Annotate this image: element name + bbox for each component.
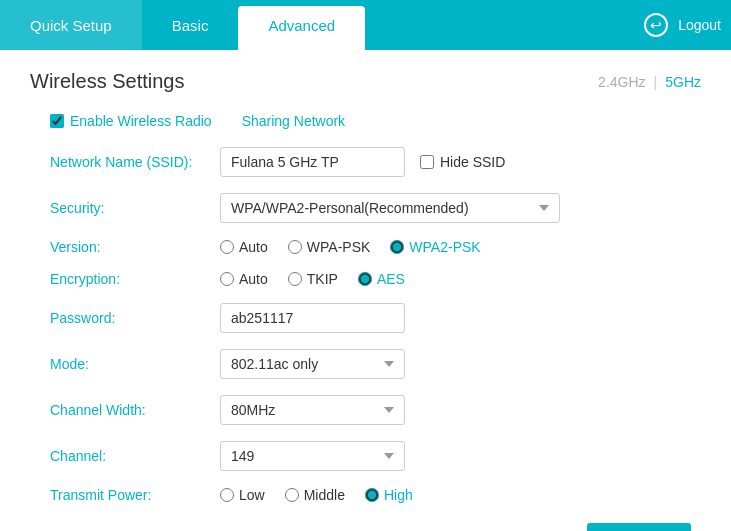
version-wpa-psk-option[interactable]: WPA-PSK (288, 239, 371, 255)
channel-width-row: Channel Width: 80MHz 40MHz 20MHz (50, 395, 701, 425)
version-auto-option[interactable]: Auto (220, 239, 268, 255)
encryption-controls: Auto TKIP AES (220, 271, 701, 287)
power-middle-option[interactable]: Middle (285, 487, 345, 503)
encryption-aes-option[interactable]: AES (358, 271, 405, 287)
transmit-power-label: Transmit Power: (50, 487, 220, 503)
network-name-controls: Hide SSID (220, 147, 701, 177)
mode-label: Mode: (50, 356, 220, 372)
security-controls: WPA/WPA2-Personal(Recommended) WPA2-Pers… (220, 193, 701, 223)
power-high-option[interactable]: High (365, 487, 413, 503)
sharing-network-link[interactable]: Sharing Network (242, 113, 346, 129)
hide-ssid-checkbox[interactable] (420, 155, 434, 169)
enable-wireless-checkbox[interactable] (50, 114, 64, 128)
save-button-row: Save (50, 523, 701, 531)
frequency-tabs: 2.4GHz | 5GHz (598, 74, 701, 90)
mode-controls: 802.11ac only 802.11n/ac mixed 802.11a/n… (220, 349, 701, 379)
channel-label: Channel: (50, 448, 220, 464)
encryption-tkip-option[interactable]: TKIP (288, 271, 338, 287)
password-label: Password: (50, 310, 220, 326)
transmit-power-radio-group: Low Middle High (220, 487, 413, 503)
version-row: Version: Auto WPA-PSK WPA2-PSK (50, 239, 701, 255)
wireless-enable-row: Enable Wireless Radio Sharing Network (50, 113, 701, 129)
power-low-option[interactable]: Low (220, 487, 265, 503)
mode-select[interactable]: 802.11ac only 802.11n/ac mixed 802.11a/n… (220, 349, 405, 379)
channel-select[interactable]: 149 153 157 161 165 Auto (220, 441, 405, 471)
encryption-radio-group: Auto TKIP AES (220, 271, 405, 287)
security-select[interactable]: WPA/WPA2-Personal(Recommended) WPA2-Pers… (220, 193, 560, 223)
channel-width-controls: 80MHz 40MHz 20MHz (220, 395, 701, 425)
channel-width-label: Channel Width: (50, 402, 220, 418)
logout-icon: ↩ (644, 13, 668, 37)
channel-row: Channel: 149 153 157 161 165 Auto (50, 441, 701, 471)
security-row: Security: WPA/WPA2-Personal(Recommended)… (50, 193, 701, 223)
password-controls (220, 303, 701, 333)
network-name-row: Network Name (SSID): Hide SSID (50, 147, 701, 177)
page-title: Wireless Settings (30, 70, 185, 93)
freq-5ghz[interactable]: 5GHz (665, 74, 701, 90)
hide-ssid-label[interactable]: Hide SSID (420, 154, 505, 170)
version-wpa2-psk-option[interactable]: WPA2-PSK (390, 239, 480, 255)
version-label: Version: (50, 239, 220, 255)
channel-controls: 149 153 157 161 165 Auto (220, 441, 701, 471)
main-content: Wireless Settings 2.4GHz | 5GHz Enable W… (0, 50, 731, 531)
save-button[interactable]: Save (587, 523, 691, 531)
network-name-input[interactable] (220, 147, 405, 177)
top-navigation: Quick Setup Basic Advanced ↩ Logout (0, 0, 731, 50)
transmit-power-controls: Low Middle High (220, 487, 701, 503)
version-controls: Auto WPA-PSK WPA2-PSK (220, 239, 701, 255)
form-section: Enable Wireless Radio Sharing Network Ne… (30, 113, 701, 531)
mode-row: Mode: 802.11ac only 802.11n/ac mixed 802… (50, 349, 701, 379)
network-name-label: Network Name (SSID): (50, 154, 220, 170)
channel-width-select[interactable]: 80MHz 40MHz 20MHz (220, 395, 405, 425)
version-radio-group: Auto WPA-PSK WPA2-PSK (220, 239, 481, 255)
nav-basic[interactable]: Basic (142, 0, 239, 50)
nav-advanced[interactable]: Advanced (238, 6, 365, 50)
logout-label[interactable]: Logout (678, 17, 721, 33)
security-label: Security: (50, 200, 220, 216)
encryption-label: Encryption: (50, 271, 220, 287)
transmit-power-row: Transmit Power: Low Middle High (50, 487, 701, 503)
freq-divider: | (654, 74, 658, 90)
encryption-auto-option[interactable]: Auto (220, 271, 268, 287)
nav-quick-setup[interactable]: Quick Setup (0, 0, 142, 50)
nav-right: ↩ Logout (644, 0, 731, 50)
page-title-row: Wireless Settings 2.4GHz | 5GHz (30, 70, 701, 93)
encryption-row: Encryption: Auto TKIP AES (50, 271, 701, 287)
freq-24ghz[interactable]: 2.4GHz (598, 74, 645, 90)
password-input[interactable] (220, 303, 405, 333)
password-row: Password: (50, 303, 701, 333)
enable-wireless-label[interactable]: Enable Wireless Radio (50, 113, 212, 129)
